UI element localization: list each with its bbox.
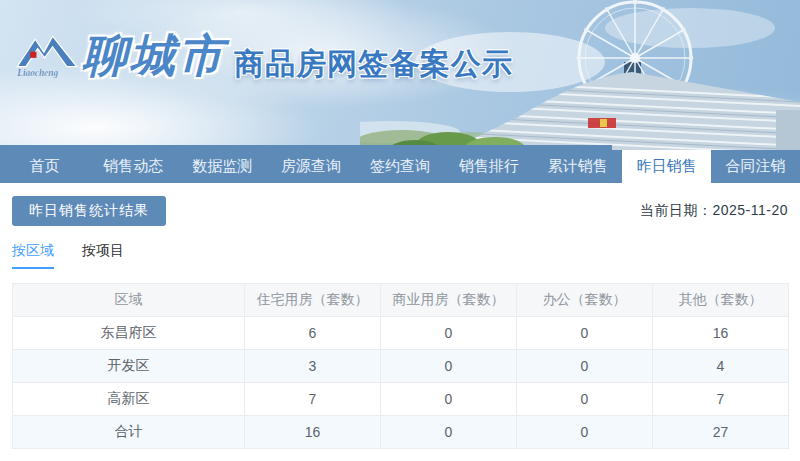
table-cell: 7: [245, 383, 381, 416]
nav-item-listing-query[interactable]: 房源查询: [267, 150, 356, 183]
current-date-label: 当前日期：: [640, 202, 713, 218]
table-row: 高新区 7 0 0 7: [13, 383, 789, 416]
nav-item-signing-query[interactable]: 签约查询: [356, 150, 445, 183]
col-header-other: 其他（套数）: [653, 284, 789, 317]
col-header-district: 区域: [13, 284, 245, 317]
page-title: 商品房网签备案公示: [234, 44, 513, 85]
nav-item-home[interactable]: 首页: [0, 150, 89, 183]
nav-item-yesterday-sales[interactable]: 昨日销售: [622, 150, 711, 183]
table-cell: 27: [653, 416, 789, 449]
table-cell: 0: [517, 383, 653, 416]
table-cell: 0: [381, 317, 517, 350]
view-tabs: 按区域 按项目: [12, 242, 788, 269]
toolbar: 昨日销售统计结果 当前日期：2025-11-20: [12, 196, 788, 226]
logo-text: Liaocheng: [16, 68, 58, 78]
nav-item-contract-cancel[interactable]: 合同注销: [711, 150, 800, 183]
table-header-row: 区域 住宅用房（套数） 商业用房（套数） 办公（套数） 其他（套数）: [13, 284, 789, 317]
col-header-office: 办公（套数）: [517, 284, 653, 317]
table-cell: 高新区: [13, 383, 245, 416]
nav-item-sales-ranking[interactable]: 销售排行: [444, 150, 533, 183]
table-cell: 0: [381, 416, 517, 449]
yesterday-stats-button[interactable]: 昨日销售统计结果: [12, 196, 166, 226]
nav-item-sales-trends[interactable]: 销售动态: [89, 150, 178, 183]
table-cell: 16: [653, 317, 789, 350]
table-cell: 东昌府区: [13, 317, 245, 350]
table-cell: 开发区: [13, 350, 245, 383]
col-header-residential: 住宅用房（套数）: [245, 284, 381, 317]
city-name: 聊城市: [82, 26, 226, 86]
table-cell: 0: [517, 317, 653, 350]
current-date: 当前日期：2025-11-20: [640, 202, 788, 220]
table-row: 东昌府区 6 0 0 16: [13, 317, 789, 350]
table-cell: 0: [517, 416, 653, 449]
main-content: 昨日销售统计结果 当前日期：2025-11-20 按区域 按项目 区域 住宅用房…: [0, 196, 800, 449]
tab-by-district[interactable]: 按区域: [12, 242, 54, 269]
banner: Liaocheng 聊城市 商品房网签备案公示: [0, 0, 800, 150]
main-nav: 首页 销售动态 数据监测 房源查询 签约查询 销售排行 累计销售 昨日销售 合同…: [0, 150, 800, 183]
table-cell: 0: [517, 350, 653, 383]
brand: Liaocheng 聊城市 商品房网签备案公示: [16, 22, 513, 90]
page: Liaocheng 聊城市 商品房网签备案公示 首页 销售动态 数据监测 房源查…: [0, 0, 800, 461]
table-row-total: 合计 16 0 0 27: [13, 416, 789, 449]
table-cell: 16: [245, 416, 381, 449]
liaocheng-logo: Liaocheng: [16, 22, 78, 90]
district-sales-table: 区域 住宅用房（套数） 商业用房（套数） 办公（套数） 其他（套数） 东昌府区 …: [12, 283, 789, 449]
banner-bottom-strip: [0, 145, 612, 150]
table-cell: 7: [653, 383, 789, 416]
table-cell: 0: [381, 350, 517, 383]
table-row: 开发区 3 0 0 4: [13, 350, 789, 383]
nav-item-data-monitor[interactable]: 数据监测: [178, 150, 267, 183]
col-header-commercial: 商业用房（套数）: [381, 284, 517, 317]
tab-by-project[interactable]: 按项目: [82, 242, 124, 269]
table-cell: 6: [245, 317, 381, 350]
table-cell: 3: [245, 350, 381, 383]
table-cell: 合计: [13, 416, 245, 449]
table-cell: 0: [381, 383, 517, 416]
current-date-value: 2025-11-20: [712, 202, 788, 218]
table-cell: 4: [653, 350, 789, 383]
nav-item-cumulative-sales[interactable]: 累计销售: [533, 150, 622, 183]
